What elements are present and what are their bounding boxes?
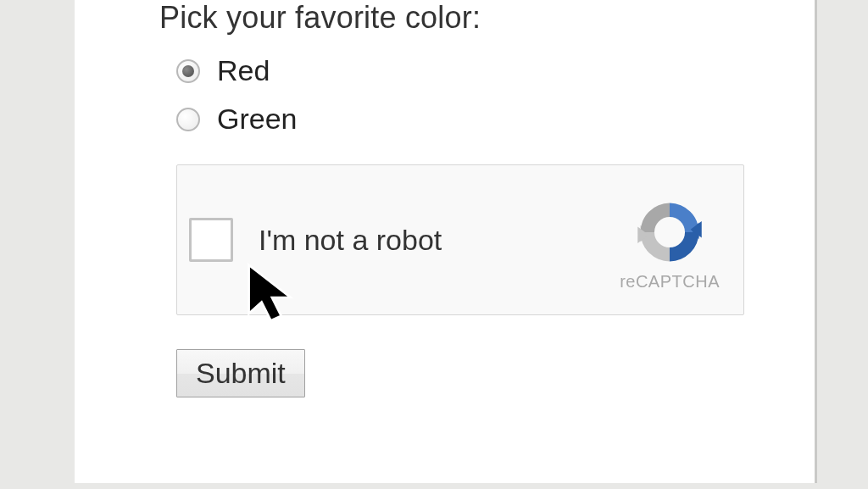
radio-group: Red Green (176, 54, 781, 136)
form-card: Pick your favorite color: Red Green I'm … (75, 0, 817, 483)
recaptcha-widget: I'm not a robot reCAPTCHA (176, 164, 744, 315)
radio-label: Green (217, 103, 298, 136)
radio-option-red[interactable]: Red (176, 54, 781, 87)
question-text: Pick your favorite color: (159, 0, 781, 36)
radio-option-green[interactable]: Green (176, 103, 781, 136)
submit-row: Submit (176, 349, 781, 397)
radio-circle-icon[interactable] (176, 59, 200, 83)
radio-label: Red (217, 54, 270, 87)
recaptcha-brand-text: reCAPTCHA (620, 272, 720, 292)
recaptcha-brand: reCAPTCHA (620, 189, 720, 292)
submit-button[interactable]: Submit (176, 349, 305, 397)
recaptcha-logo-icon (632, 197, 707, 267)
recaptcha-checkbox[interactable] (189, 218, 233, 262)
radio-circle-icon[interactable] (176, 108, 200, 131)
recaptcha-label: I'm not a robot (259, 224, 620, 257)
